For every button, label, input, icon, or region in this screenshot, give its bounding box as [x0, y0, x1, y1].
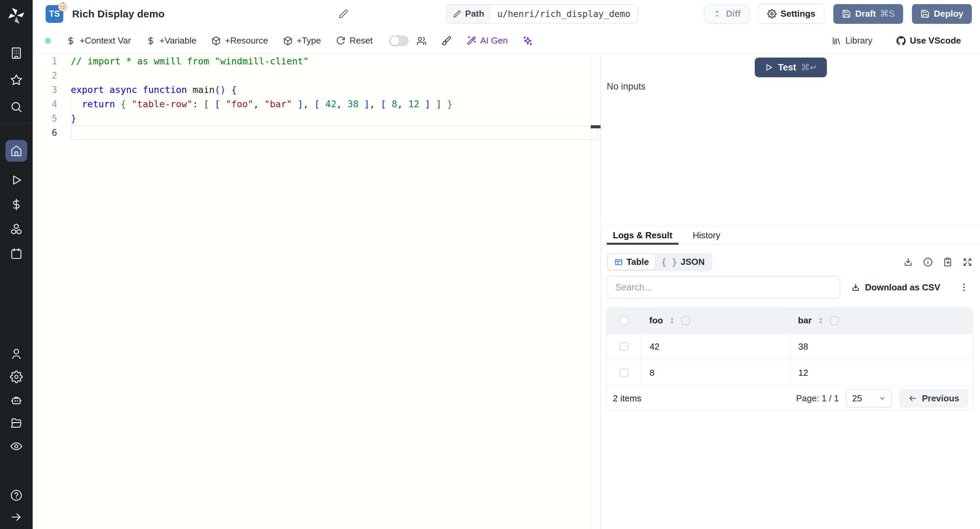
magic-wand-icon	[466, 36, 476, 46]
arrow-left-icon	[908, 394, 917, 403]
robot-icon	[10, 394, 23, 406]
gear-icon	[10, 370, 23, 383]
collab-toggle[interactable]	[389, 35, 409, 46]
search-input[interactable]	[607, 276, 840, 298]
select-all-checkbox[interactable]	[620, 316, 628, 325]
folder-open-icon	[10, 417, 23, 430]
table-row: 812	[607, 360, 972, 386]
table-footer: 2 items Page: 1 / 1 25 Pre	[607, 386, 972, 411]
sidebar-item-home[interactable]	[5, 140, 27, 162]
download-icon	[903, 257, 913, 267]
diff-icon	[713, 9, 722, 18]
sidebar-expand-button[interactable]	[10, 510, 23, 524]
users-icon	[416, 36, 426, 46]
draft-button[interactable]: Draft ⌘S	[833, 4, 903, 24]
package-icon	[211, 36, 221, 46]
expand-result-button[interactable]	[962, 257, 972, 267]
view-json-button[interactable]: { } JSON	[655, 254, 711, 269]
play-icon	[10, 174, 23, 186]
library-icon	[832, 36, 841, 46]
add-variable-button[interactable]: +Variable	[146, 35, 197, 46]
editor-toolbar: +Context Var +Variable +Resource +Type R…	[33, 27, 980, 54]
save-icon	[920, 9, 930, 18]
no-inputs-label: No inputs	[607, 81, 974, 92]
sparkles-icon	[523, 36, 533, 46]
column-bar-checkbox[interactable]	[830, 316, 839, 325]
sidebar-item-folders[interactable]	[10, 416, 23, 430]
user-icon	[10, 347, 23, 360]
calendar-icon	[10, 247, 23, 260]
sidebar-item-schedules[interactable]	[10, 247, 23, 260]
diff-button[interactable]: Diff	[704, 4, 749, 24]
tab-history[interactable]: History	[687, 226, 727, 244]
sidebar-item-users[interactable]	[10, 347, 23, 360]
previous-page-button[interactable]: Previous	[899, 389, 968, 408]
main-column: TS Rich Display demo Path u/henri/rich_d…	[33, 0, 980, 529]
header-actions: Diff Settings Draft ⌘S Deploy	[704, 4, 972, 24]
result-actions	[903, 257, 972, 267]
add-context-var-button[interactable]: +Context Var	[66, 35, 131, 46]
sidebar-item-settings[interactable]	[10, 370, 23, 384]
line-number: 5	[33, 113, 57, 124]
table-cell: 42	[649, 341, 659, 352]
code-line: 4 return { "table-row": [ [ "foo", "bar"…	[33, 97, 601, 111]
sort-foo-button[interactable]	[668, 316, 676, 325]
add-type-button[interactable]: +Type	[283, 35, 321, 46]
reset-button[interactable]: Reset	[336, 35, 372, 46]
format-brush-button[interactable]	[441, 36, 452, 46]
results-body: Table { } JSON	[601, 245, 980, 529]
edit-title-button[interactable]	[338, 9, 348, 19]
sidebar-item-workers[interactable]	[10, 393, 23, 407]
tab-logs-result[interactable]: Logs & Result	[607, 226, 679, 244]
sort-icon	[668, 316, 676, 325]
copy-result-button[interactable]	[943, 257, 953, 267]
gear-icon	[767, 9, 776, 18]
help-circle-icon	[10, 489, 23, 502]
table-menu-button[interactable]	[959, 282, 969, 292]
table-body: 4238812	[607, 333, 972, 386]
row-checkbox[interactable]	[620, 368, 628, 377]
page-indicator: Page: 1 / 1	[796, 393, 839, 404]
arrow-right-icon	[10, 511, 23, 524]
ai-gen-button[interactable]: AI Gen	[466, 35, 508, 46]
sidebar-item-resources[interactable]	[10, 222, 23, 236]
star-icon	[10, 73, 23, 86]
page-size-select[interactable]: 25	[846, 389, 892, 408]
sidebar-item-workspace[interactable]	[10, 46, 23, 60]
download-result-button[interactable]	[903, 257, 913, 267]
results-tabs: Logs & Result History	[601, 226, 980, 245]
sort-bar-button[interactable]	[817, 316, 824, 325]
table-cell: 12	[798, 368, 808, 378]
row-checkbox[interactable]	[620, 342, 628, 351]
sidebar-item-audit-logs[interactable]	[10, 440, 23, 453]
path-field[interactable]: Path u/henri/rich_display_demo	[447, 5, 638, 24]
result-info-button[interactable]	[923, 257, 933, 267]
package-icon	[283, 36, 293, 46]
download-csv-button[interactable]: Download as CSV	[851, 282, 940, 293]
settings-button[interactable]: Settings	[758, 4, 825, 24]
play-icon	[764, 63, 773, 72]
code-editor[interactable]: 1// import * as wmill from "windmill-cli…	[33, 54, 601, 529]
sidebar-item-variables[interactable]	[10, 198, 23, 211]
view-switcher: Table { } JSON	[607, 253, 712, 271]
app-root: TS Rich Display demo Path u/henri/rich_d…	[0, 0, 980, 529]
sparkles-button[interactable]	[523, 36, 533, 46]
use-vscode-button[interactable]: Use VScode	[896, 35, 961, 46]
sidebar-item-runs[interactable]	[10, 173, 23, 187]
windmill-logo-icon[interactable]	[7, 6, 26, 25]
sidebar-item-search[interactable]	[10, 100, 23, 114]
header: TS Rich Display demo Path u/henri/rich_d…	[33, 0, 980, 27]
sidebar-item-help[interactable]	[10, 489, 23, 502]
collaborators-button[interactable]	[416, 36, 426, 46]
test-button[interactable]: Test ⌘↵	[755, 57, 827, 77]
deploy-button[interactable]: Deploy	[912, 4, 972, 24]
chevron-down-icon	[878, 395, 886, 402]
add-resource-button[interactable]: +Resource	[211, 35, 268, 46]
library-button[interactable]: Library	[832, 35, 872, 46]
workspace: 1// import * as wmill from "windmill-cli…	[33, 54, 980, 529]
pencil-icon	[338, 9, 348, 19]
view-table-button[interactable]: Table	[608, 254, 655, 269]
column-foo-checkbox[interactable]	[681, 316, 690, 325]
code-line: 3export async function main() {	[33, 83, 601, 97]
sidebar-item-favorites[interactable]	[10, 73, 23, 87]
